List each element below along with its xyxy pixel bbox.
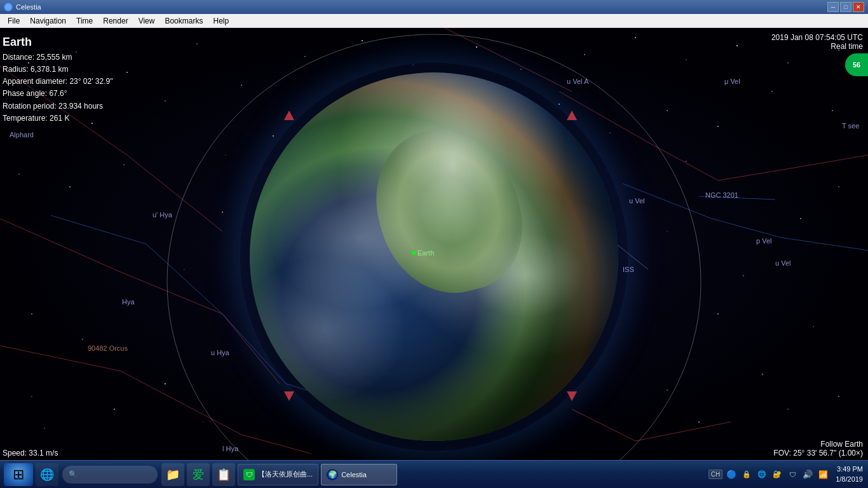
taskbar-app-celestia[interactable]: 🌍 Celestia: [321, 464, 397, 485]
main-view[interactable]: Earth Distance: 25,555 km Radius: 6,378.…: [0, 28, 868, 460]
360-icon: 🛡: [243, 469, 255, 480]
tray-icon-4[interactable]: 🔐: [771, 468, 783, 481]
app4-button[interactable]: 📋: [212, 463, 235, 486]
iqiyi-icon: 爱: [193, 467, 204, 482]
search-icon: 🔍: [69, 470, 78, 478]
app4-icon: 📋: [217, 468, 231, 482]
window-title: Celestia: [16, 3, 827, 11]
360-app-label: 【洛天依原创曲...: [258, 470, 313, 479]
ie-icon-button[interactable]: 🌐: [36, 463, 58, 486]
minimize-button[interactable]: ─: [827, 2, 839, 12]
menu-bookmarks[interactable]: Bookmarks: [159, 15, 208, 27]
tray-icon-5[interactable]: 🛡: [786, 468, 799, 481]
taskbar-search[interactable]: 🔍: [62, 466, 158, 484]
earth-globe: [250, 72, 618, 441]
close-button[interactable]: ✕: [853, 2, 864, 12]
taskbar-app-360[interactable]: 🛡 【洛天依原创曲...: [238, 464, 318, 485]
app-icon: [4, 3, 13, 11]
menu-view[interactable]: View: [133, 15, 160, 27]
start-icon: ⊞: [13, 466, 24, 483]
language-badge[interactable]: CH: [709, 470, 722, 479]
tray-icon-1[interactable]: 🔵: [725, 468, 738, 481]
system-tray: CH 🔵 🔒 🌐 🔐 🛡 🔊 📶 3:49 PM 1/8/2019: [709, 464, 865, 484]
iqiyi-button[interactable]: 爱: [187, 463, 210, 486]
badge-circle: 56: [845, 53, 868, 76]
network-icon[interactable]: 📶: [817, 468, 829, 481]
celestia-app-label: Celestia: [341, 471, 367, 478]
menu-help[interactable]: Help: [208, 15, 234, 27]
title-bar: Celestia ─ □ ✕: [0, 0, 868, 14]
menu-bar: File Navigation Time Render View Bookmar…: [0, 14, 868, 28]
menu-time[interactable]: Time: [71, 15, 98, 27]
start-button[interactable]: ⊞: [4, 463, 33, 486]
taskbar: ⊞ 🌐 🔍 📁 爱 📋 🛡 【洛天依原创曲... 🌍 Celestia CH 🔵…: [0, 460, 868, 488]
window-controls: ─ □ ✕: [827, 2, 864, 12]
file-explorer-button[interactable]: 📁: [161, 463, 184, 486]
clock-date: 1/8/2019: [836, 475, 863, 484]
menu-navigation[interactable]: Navigation: [25, 15, 71, 27]
system-clock[interactable]: 3:49 PM 1/8/2019: [836, 464, 863, 484]
clock-time: 3:49 PM: [836, 464, 863, 474]
ie-icon: 🌐: [40, 468, 54, 482]
volume-icon[interactable]: 🔊: [801, 468, 814, 481]
tray-icon-2[interactable]: 🔒: [740, 468, 753, 481]
tray-icon-3[interactable]: 🌐: [756, 468, 768, 481]
celestia-taskbar-icon: 🌍: [327, 469, 338, 480]
menu-render[interactable]: Render: [98, 15, 133, 27]
earth-container: [250, 72, 618, 441]
menu-file[interactable]: File: [3, 15, 25, 27]
folder-icon: 📁: [166, 468, 180, 482]
maximize-button[interactable]: □: [840, 2, 851, 12]
